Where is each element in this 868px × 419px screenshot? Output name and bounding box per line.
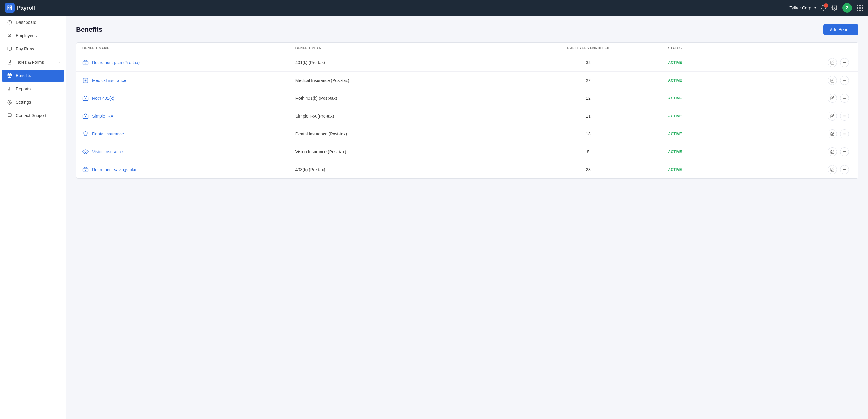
actions-cell (828, 76, 852, 85)
sidebar-item-reports[interactable]: Reports (2, 83, 64, 95)
sidebar-item-settings[interactable]: Settings (2, 96, 64, 108)
status-badge: ACTIVE (668, 114, 828, 118)
svg-point-42 (845, 116, 846, 116)
more-options-button[interactable] (840, 165, 849, 174)
svg-point-45 (845, 133, 846, 134)
svg-point-47 (85, 151, 86, 153)
benefit-plan-cell: Medical Insurance (Post-tax) (296, 78, 508, 83)
enrolled-count-cell: 23 (508, 167, 668, 172)
more-options-button[interactable] (840, 112, 849, 121)
benefit-name-link[interactable]: Retirement savings plan (92, 167, 137, 172)
benefit-name-cell: Roth 401(k) (83, 95, 296, 101)
nav-divider (783, 4, 783, 11)
svg-point-54 (844, 169, 844, 170)
benefit-name-link[interactable]: Roth 401(k) (92, 96, 114, 101)
status-badge: ACTIVE (668, 96, 828, 100)
dashboard-icon (7, 20, 13, 25)
more-options-button[interactable] (840, 147, 849, 156)
benefit-name-cell: Dental insurance (83, 131, 296, 137)
svg-point-41 (844, 116, 844, 116)
settings-button[interactable] (832, 5, 837, 11)
sidebar-item-employees[interactable]: Employees (2, 30, 64, 42)
chevron-down-icon: ▼ (814, 6, 817, 10)
svg-point-48 (844, 151, 844, 152)
user-avatar[interactable]: Z (842, 3, 852, 13)
company-selector[interactable]: Zylker Corp ▼ (789, 5, 817, 10)
chat-icon (7, 113, 13, 118)
person-icon (7, 33, 13, 38)
status-badge: ACTIVE (668, 60, 828, 65)
svg-point-4 (834, 7, 835, 9)
svg-point-55 (845, 169, 846, 170)
benefit-name-link[interactable]: Retirement plan (Pre-tax) (92, 60, 140, 65)
edit-button[interactable] (828, 147, 837, 156)
sidebar-item-taxes-forms[interactable]: Taxes & Forms › (2, 56, 64, 68)
sidebar-item-benefits[interactable]: Benefits (2, 69, 64, 82)
edit-button[interactable] (828, 165, 837, 174)
sidebar-label-taxes-forms: Taxes & Forms (16, 60, 44, 65)
actions-cell (828, 94, 852, 103)
benefit-name-cell: Simple IRA (83, 113, 296, 119)
enrolled-count-cell: 32 (508, 60, 668, 65)
status-badge: ACTIVE (668, 150, 828, 154)
status-badge: ACTIVE (668, 168, 828, 172)
col-header-benefit-plan: BENEFIT PLAN (296, 46, 508, 50)
app-logo[interactable]: Payroll (5, 3, 35, 13)
actions-cell (828, 129, 852, 139)
sidebar-label-dashboard: Dashboard (16, 20, 36, 25)
sidebar-label-settings: Settings (16, 100, 31, 104)
benefit-name-link[interactable]: Simple IRA (92, 114, 113, 119)
status-badge: ACTIVE (668, 132, 828, 136)
benefit-type-icon (83, 78, 89, 84)
benefit-name-cell: Retirement plan (Pre-tax) (83, 60, 296, 66)
svg-point-19 (9, 101, 10, 103)
svg-rect-3 (10, 8, 12, 10)
sidebar-item-pay-runs[interactable]: Pay Runs (2, 43, 64, 55)
content-area: Benefits Add Benefit BENEFIT NAME BENEFI… (66, 16, 868, 419)
actions-cell (828, 165, 852, 174)
table-row: Roth 401(k) Roth 401(k) (Post-tax) 12 AC… (76, 89, 858, 107)
edit-button[interactable] (828, 129, 837, 139)
edit-button[interactable] (828, 112, 837, 121)
edit-button[interactable] (828, 58, 837, 67)
notification-count: 1 (824, 3, 828, 7)
actions-cell (828, 112, 852, 121)
sidebar-item-contact-support[interactable]: Contact Support (2, 110, 64, 122)
more-options-button[interactable] (840, 129, 849, 139)
benefit-name-link[interactable]: Dental insurance (92, 131, 124, 136)
page-title: Benefits (76, 26, 102, 34)
table-row: Dental insurance Dental Insurance (Post-… (76, 125, 858, 143)
col-header-benefit-name: BENEFIT NAME (83, 46, 296, 50)
benefit-plan-cell: 401(k) (Pre-tax) (296, 60, 508, 65)
more-options-button[interactable] (840, 76, 849, 85)
benefit-plan-cell: Simple IRA (Pre-tax) (296, 114, 508, 119)
edit-button[interactable] (828, 94, 837, 103)
benefit-name-cell: Retirement savings plan (83, 167, 296, 173)
table-row: Retirement savings plan 403(b) (Pre-tax)… (76, 161, 858, 178)
sidebar-label-employees: Employees (16, 33, 36, 38)
sidebar-label-contact-support: Contact Support (16, 113, 46, 118)
benefit-name-link[interactable]: Vision insurance (92, 149, 123, 154)
add-benefit-button[interactable]: Add Benefit (823, 24, 858, 35)
edit-button[interactable] (828, 76, 837, 85)
app-name: Payroll (17, 5, 35, 11)
benefit-name-link[interactable]: Medical insurance (92, 78, 126, 83)
svg-rect-0 (7, 6, 9, 7)
table-header: BENEFIT NAME BENEFIT PLAN EMPLOYEES ENRO… (76, 42, 858, 54)
benefit-type-icon (83, 131, 89, 137)
taxes-icon (7, 60, 13, 65)
table-row: Retirement plan (Pre-tax) 401(k) (Pre-ta… (76, 54, 858, 72)
apps-grid-button[interactable] (857, 5, 863, 11)
enrolled-count-cell: 27 (508, 78, 668, 83)
more-options-button[interactable] (840, 94, 849, 103)
enrolled-count-cell: 12 (508, 96, 668, 101)
more-options-button[interactable] (840, 58, 849, 67)
col-header-status: STATUS (668, 46, 828, 50)
sidebar-label-benefits: Benefits (16, 73, 31, 78)
svg-point-23 (844, 62, 844, 63)
top-nav-icons: 1 Z (820, 3, 863, 13)
sidebar-item-dashboard[interactable]: Dashboard (2, 16, 64, 28)
notifications-button[interactable]: 1 (820, 5, 827, 11)
table-row: Medical insurance Medical Insurance (Pos… (76, 72, 858, 89)
benefit-type-icon (83, 113, 89, 119)
